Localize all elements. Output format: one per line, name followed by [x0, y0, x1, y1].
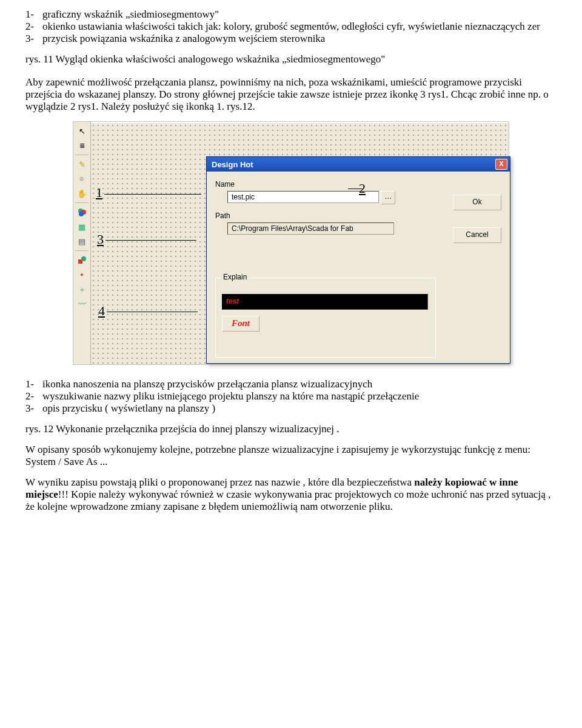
paragraph-2: W opisany sposób wykonujemy kolejne, pot… — [25, 444, 557, 468]
close-icon[interactable]: X — [495, 159, 507, 170]
list-text: przycisk powiązania wskaźnika z analogow… — [42, 33, 325, 45]
paragraph-1: Aby zapewnić możliwość przełączania plan… — [25, 76, 557, 113]
path-label: Path — [215, 212, 501, 220]
off-icon[interactable]: ⊘ — [76, 173, 88, 184]
list-num: 3- — [25, 33, 42, 45]
explain-group: Explain test Font — [215, 278, 436, 358]
palette-icon[interactable] — [76, 207, 88, 218]
dialog-title: Design Hot — [212, 160, 253, 169]
list-num: 2- — [25, 390, 42, 402]
lines-icon[interactable]: ≣ — [76, 140, 88, 151]
path-input — [227, 222, 394, 235]
figure-12-screenshot: ↖ ≣ ✎ ⊘ ✋ ▦ ▤ ● ＋ 〰 — [73, 121, 509, 365]
name-input[interactable] — [227, 191, 379, 203]
dot-icon[interactable]: ● — [76, 269, 88, 280]
name-label: Name — [215, 180, 501, 189]
svg-point-2 — [79, 212, 84, 216]
chip-icon[interactable]: ▤ — [76, 236, 88, 247]
paragraph-3: W wyniku zapisu powstają pliki o propono… — [25, 476, 557, 513]
explain-input[interactable]: test — [222, 294, 428, 310]
shapes-icon[interactable] — [76, 255, 88, 265]
list-text: ikonka nanoszenia na planszę przycisków … — [42, 378, 372, 390]
list-text: wyszukiwanie nazwy pliku istniejącego pr… — [42, 390, 419, 402]
top-numbered-list: 1-graficzny wskaźnik „siedmiosegmentowy"… — [25, 8, 557, 45]
cancel-button[interactable]: Cancel — [453, 227, 501, 243]
brush-icon[interactable]: 〰 — [76, 298, 88, 309]
browse-button[interactable]: … — [381, 191, 395, 204]
list-num: 1- — [25, 8, 42, 21]
explain-label: Explain — [221, 273, 249, 281]
figure-caption-11: rys. 11 Wygląd okienka właściwości analo… — [25, 53, 557, 65]
design-canvas[interactable]: Design Hot X Name … Path — [91, 122, 509, 364]
pencil-icon[interactable]: ✎ — [76, 159, 88, 170]
plus-icon[interactable]: ＋ — [76, 284, 88, 295]
svg-point-4 — [81, 256, 86, 261]
design-hot-dialog: Design Hot X Name … Path — [206, 156, 510, 364]
figure-caption-12: rys. 12 Wykonanie przełącznika przejścia… — [25, 423, 557, 435]
vertical-toolbar: ↖ ≣ ✎ ⊘ ✋ ▦ ▤ ● ＋ 〰 — [73, 122, 91, 364]
list-num: 1- — [25, 378, 42, 390]
grid-icon[interactable]: ▦ — [76, 221, 88, 232]
hand-icon[interactable]: ✋ — [76, 188, 88, 199]
list-text: graficzny wskaźnik „siedmiosegmentowy" — [42, 8, 219, 21]
ok-button[interactable]: Ok — [453, 195, 501, 210]
arrow-icon[interactable]: ↖ — [76, 125, 88, 136]
list-num: 2- — [25, 21, 42, 33]
dialog-titlebar[interactable]: Design Hot X — [207, 157, 510, 172]
list-text: opis przycisku ( wyświetlany na planszy … — [42, 402, 215, 415]
font-button[interactable]: Font — [222, 316, 259, 332]
list-text: okienko ustawiania właściwości takich ja… — [42, 21, 540, 33]
list-num: 3- — [25, 402, 42, 415]
mid-numbered-list: 1-ikonka nanoszenia na planszę przyciskó… — [25, 378, 557, 415]
